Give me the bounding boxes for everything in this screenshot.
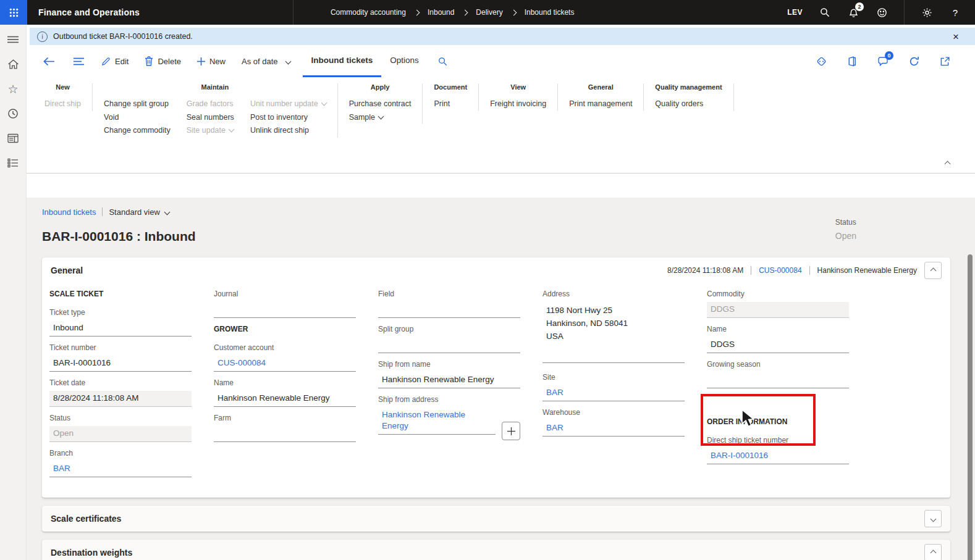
ship-from-name-label: Ship from name xyxy=(378,360,520,370)
address-textarea[interactable]: 1198 Nort Hwy 25 Hankinson, ND 58041 USA xyxy=(542,302,685,363)
favorites-star-icon[interactable]: ☆ xyxy=(7,83,19,95)
recent-clock-icon[interactable] xyxy=(7,107,19,120)
destination-weights-header[interactable]: Destination weights xyxy=(42,540,950,560)
ticket-number-input[interactable]: BAR-I-0001016 xyxy=(49,356,192,372)
change-split-group-button[interactable]: Change split group xyxy=(104,98,171,111)
tab-inbound-tickets[interactable]: Inbound tickets xyxy=(303,45,382,77)
delete-button[interactable]: Delete xyxy=(145,56,181,66)
settings-gear-icon[interactable] xyxy=(921,6,933,19)
app-launcher-waffle-icon[interactable] xyxy=(0,0,27,25)
show-list-icon[interactable] xyxy=(72,54,85,68)
status-label: Status xyxy=(835,218,856,227)
print-button[interactable]: Print xyxy=(434,98,450,111)
office-apps-icon[interactable] xyxy=(845,54,859,68)
grower-name-input[interactable]: Hankinson Renewable Energy xyxy=(214,391,356,407)
quality-orders-button[interactable]: Quality orders xyxy=(655,98,703,111)
site-link[interactable]: BAR xyxy=(542,385,685,401)
ribbon-group-quality-management: Quality management Quality orders xyxy=(644,83,733,111)
ribbon-group-label: New xyxy=(44,83,81,91)
page-content: Inbound tickets Standard view BAR-I-0001… xyxy=(26,198,975,560)
collapse-ribbon-button[interactable] xyxy=(939,158,955,169)
breadcrumb-item-delivery[interactable]: Delivery xyxy=(476,8,502,17)
refresh-icon[interactable] xyxy=(907,54,921,68)
scale-certificates-header[interactable]: Scale certificates xyxy=(42,506,950,532)
ribbon-group-label: General xyxy=(569,83,632,91)
field-ticket-type: Ticket type Inbound xyxy=(49,308,192,336)
ribbon-group-apply: Apply Purchase contract Sample xyxy=(338,83,423,124)
inbound-tickets-list-link[interactable]: Inbound tickets xyxy=(42,207,96,217)
address-line-2: Hankinson, ND 58041 xyxy=(546,317,681,330)
view-selector[interactable]: Standard view xyxy=(109,207,169,217)
field-input[interactable] xyxy=(378,302,520,318)
growing-season-input[interactable] xyxy=(707,372,849,388)
command-bar-right-icons: 0 xyxy=(814,54,975,68)
workspaces-icon[interactable] xyxy=(7,132,19,144)
new-button[interactable]: New xyxy=(197,57,226,66)
feedback-smiley-icon[interactable] xyxy=(876,6,888,19)
general-header-summary: 8/28/2024 11:18:08 AM CUS-000084 Hankins… xyxy=(667,262,942,279)
customer-account-label: Customer account xyxy=(214,343,356,354)
header-customer-account-link[interactable]: CUS-000084 xyxy=(759,266,801,275)
notifications-bell-icon[interactable]: 2 xyxy=(847,6,859,19)
scale-ticket-group-label: SCALE TICKET xyxy=(49,290,192,301)
field-ticket-number: Ticket number BAR-I-0001016 xyxy=(49,343,192,372)
branch-link[interactable]: BAR xyxy=(49,461,192,477)
field-ship-from-name: Ship from name Hankinson Renewable Energ… xyxy=(378,360,520,388)
vertical-scrollbar[interactable] xyxy=(967,200,973,560)
search-icon[interactable] xyxy=(819,6,831,19)
purchase-contract-button[interactable]: Purchase contract xyxy=(349,98,412,111)
modules-tree-icon[interactable] xyxy=(7,157,19,169)
ticket-date-input: 8/28/2024 11:18:08 AM xyxy=(49,391,192,407)
chat-messages-icon[interactable]: 0 xyxy=(876,54,890,68)
direct-ship-ticket-number-link[interactable]: BAR-I-0001016 xyxy=(707,448,849,464)
warehouse-link[interactable]: BAR xyxy=(542,420,685,437)
add-address-button[interactable] xyxy=(502,422,520,440)
collapse-general-button[interactable] xyxy=(924,262,942,279)
general-section-title: General xyxy=(51,265,83,275)
sample-button[interactable]: Sample xyxy=(349,111,412,125)
open-in-new-window-icon[interactable] xyxy=(938,54,952,68)
power-apps-icon[interactable] xyxy=(814,54,828,68)
user-initials[interactable]: LEV xyxy=(787,8,803,17)
collapse-destination-weights-button[interactable] xyxy=(924,544,942,560)
notification-count-badge: 2 xyxy=(855,2,864,11)
title-row: BAR-I-0001016 : Inbound xyxy=(42,224,950,249)
field-ship-from-address-row: Ship from address Hankinson Renewable En… xyxy=(378,395,520,441)
field-direct-ship-ticket-number: Direct ship ticket number BAR-I-0001016 xyxy=(707,436,849,464)
breadcrumb-item-commodity-accounting[interactable]: Commodity accounting xyxy=(331,8,406,17)
site-label: Site xyxy=(542,373,685,383)
void-button[interactable]: Void xyxy=(104,111,171,125)
split-group-input[interactable] xyxy=(378,337,520,353)
close-icon[interactable]: × xyxy=(953,31,959,42)
home-icon[interactable] xyxy=(7,58,19,70)
ship-from-address-link[interactable]: Hankinson Renewable Energy xyxy=(378,407,496,435)
customer-account-link[interactable]: CUS-000084 xyxy=(214,356,356,372)
expand-menu-hamburger-icon[interactable] xyxy=(7,33,19,46)
as-of-date-button[interactable]: As of date xyxy=(242,57,290,66)
help-icon[interactable]: ? xyxy=(949,6,961,19)
ticket-type-input[interactable]: Inbound xyxy=(49,320,192,336)
back-arrow-icon[interactable] xyxy=(42,54,56,68)
change-commodity-button[interactable]: Change commodity xyxy=(104,124,171,138)
breadcrumb-item-inbound-tickets[interactable]: Inbound tickets xyxy=(525,8,575,17)
general-section-header[interactable]: General 8/28/2024 11:18:08 AM CUS-000084… xyxy=(42,257,950,283)
journal-input[interactable] xyxy=(214,302,356,318)
edit-button[interactable]: Edit xyxy=(101,57,129,66)
freight-invoicing-button[interactable]: Freight invoicing xyxy=(490,98,546,111)
post-to-inventory-button[interactable]: Post to inventory xyxy=(250,111,326,125)
ship-from-name-input[interactable]: Hankinson Renewable Energy xyxy=(378,372,520,388)
expand-scale-certificates-button[interactable] xyxy=(924,510,942,527)
new-label: New xyxy=(209,57,226,66)
scrollbar-thumb[interactable] xyxy=(968,254,973,560)
unlink-direct-ship-button[interactable]: Unlink direct ship xyxy=(250,124,326,138)
general-column-3: Field Split group Ship from name Hankins… xyxy=(378,283,520,484)
tab-options[interactable]: Options xyxy=(381,45,428,77)
commodity-name-input[interactable]: DDGS xyxy=(707,337,849,353)
seal-numbers-button[interactable]: Seal numbers xyxy=(187,111,234,125)
field-commodity-name: Name DDGS xyxy=(707,325,849,353)
breadcrumb-item-inbound[interactable]: Inbound xyxy=(428,8,454,17)
app-title[interactable]: Finance and Operations xyxy=(27,7,151,17)
farm-input[interactable] xyxy=(214,426,356,442)
print-management-button[interactable]: Print management xyxy=(569,98,632,111)
form-search-icon[interactable] xyxy=(436,54,450,68)
